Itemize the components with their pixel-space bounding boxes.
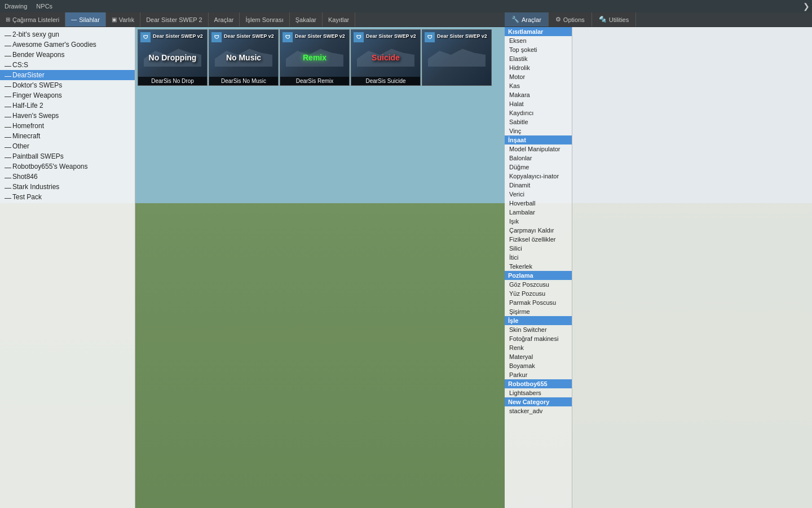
weapon-card-name-3: DearSis Remix xyxy=(280,77,349,85)
tools-item[interactable]: Yüz Pozcusu xyxy=(505,289,572,298)
bullet-icon: — xyxy=(5,72,10,78)
tools-item[interactable]: Silici xyxy=(505,244,572,253)
tools-item[interactable]: Top şoketi xyxy=(505,45,572,54)
topbar-npcs[interactable]: NPCs xyxy=(36,3,52,10)
tools-item[interactable]: Hoverball xyxy=(505,199,572,208)
tools-item[interactable]: Kopyalayıcı-inator xyxy=(505,172,572,181)
sidebar-item-minecraft[interactable]: — Minecraft xyxy=(0,131,135,141)
sidebar-item-other[interactable]: — Other xyxy=(0,141,135,151)
tab-saves-label: Kayıtlar xyxy=(328,16,349,23)
right-tab-options[interactable]: ⚙ Options xyxy=(549,12,592,27)
tab-summon[interactable]: ⊞ Çağırma Listeleri xyxy=(0,12,65,27)
tools-item[interactable]: Lambalar xyxy=(505,208,572,217)
tab-tools[interactable]: Araçlar xyxy=(209,12,240,27)
tools-section-header-kısıtlamalar[interactable]: Kısıtlamalar xyxy=(505,27,572,36)
sidebar-item-awesome[interactable]: — Awesome Gamer's Goodies xyxy=(0,40,135,50)
tools-item[interactable]: Kaydırıcı xyxy=(505,108,572,117)
right-tab-utilities-label: Utilities xyxy=(609,16,629,23)
tools-item[interactable]: Balonlar xyxy=(505,154,572,163)
sidebar-item-bender[interactable]: — Bender Weapons xyxy=(0,50,135,60)
tools-item[interactable]: Skin Switcher xyxy=(505,325,572,334)
sidebar-item-css[interactable]: — CS:S xyxy=(0,60,135,70)
weapon-card-title-2: Dear Sister SWEP v2 xyxy=(224,33,277,39)
weapon-center-text-2: No Music xyxy=(226,53,261,62)
tools-item[interactable]: Hidrolik xyxy=(505,63,572,72)
weapon-badge: 🛡 xyxy=(425,32,435,42)
tools-item[interactable]: Halat xyxy=(505,99,572,108)
sidebar-item-2bit[interactable]: — 2-bit's sexy gun xyxy=(0,29,135,40)
tools-item[interactable]: Eksen xyxy=(505,36,572,45)
sidebar-item-doktor[interactable]: — Doktor's SWEPs xyxy=(0,80,135,90)
tools-item[interactable]: stacker_adv xyxy=(505,406,572,415)
sidebar-item-paintball[interactable]: — Paintball SWEPs xyxy=(0,151,135,161)
tools-item[interactable]: Işık xyxy=(505,217,572,226)
bullet-icon: — xyxy=(5,174,10,179)
tools-item[interactable]: Makara xyxy=(505,90,572,99)
tools-item[interactable]: Göz Poszcusu xyxy=(505,280,572,289)
tools-item[interactable]: Renk xyxy=(505,343,572,352)
weapon-card-title-5: Dear Sister SWEP v2 xyxy=(437,33,490,39)
tab-post-label: İşlem Sonrası xyxy=(245,16,283,23)
tools-section-header-i̇şle[interactable]: İşle xyxy=(505,316,572,325)
bullet-icon: — xyxy=(5,133,10,139)
topbar-drawing[interactable]: Drawing xyxy=(5,3,27,10)
tools-item[interactable]: İtici xyxy=(505,253,572,262)
sidebar-item-robotboy[interactable]: — Robotboy655's Weapons xyxy=(0,161,135,172)
tools-item[interactable]: Fotoğraf makinesi xyxy=(505,334,572,343)
tools-section-header-new-category[interactable]: New Category xyxy=(505,397,572,406)
tools-item[interactable]: Vinç xyxy=(505,126,572,135)
tools-item[interactable]: Lightsabers xyxy=(505,388,572,397)
weapon-card-nodrop[interactable]: 🛡 Dear Sister SWEP v2 No Dropping DearSi… xyxy=(138,29,208,86)
tools-item[interactable]: Materyal xyxy=(505,352,572,361)
bullet-icon: — xyxy=(5,123,10,129)
sidebar-item-shot846[interactable]: — Shot846 xyxy=(0,172,135,182)
topbar-expand-icon[interactable]: ❯ xyxy=(803,2,810,11)
summon-icon: ⊞ xyxy=(6,16,10,23)
sidebar-item-finger[interactable]: — Finger Weapons xyxy=(0,90,135,100)
weapon-card-suicide[interactable]: 🛡 Dear Sister SWEP v2 Suicide DearSis Su… xyxy=(351,29,421,86)
tools-item[interactable]: Kas xyxy=(505,81,572,90)
tools-item[interactable]: Düğme xyxy=(505,163,572,172)
tab-saves[interactable]: Kayıtlar xyxy=(323,12,355,27)
tools-item[interactable]: Şişirme xyxy=(505,307,572,316)
tab-weapons[interactable]: — Silahlar xyxy=(65,12,106,27)
weapon-card-plain[interactable]: 🛡 Dear Sister SWEP v2 xyxy=(422,29,492,86)
sidebar-item-dearsister[interactable]: — DearSister xyxy=(0,70,135,80)
weapon-card-remix[interactable]: 🛡 Dear Sister SWEP v2 Remix DearSis Remi… xyxy=(280,29,350,86)
right-tab-tools[interactable]: 🔧 Araçlar xyxy=(505,12,549,27)
tab-jokes-label: Şakalar xyxy=(295,16,316,23)
tools-item[interactable]: Motor xyxy=(505,72,572,81)
bullet-icon: — xyxy=(5,103,10,108)
tools-item[interactable]: Parkur xyxy=(505,370,572,379)
bullet-icon: — xyxy=(5,32,10,37)
tools-item[interactable]: Tekerlek xyxy=(505,262,572,271)
bullet-icon: — xyxy=(5,93,10,98)
tools-item[interactable]: Boyamak xyxy=(505,361,572,370)
sidebar-item-stark[interactable]: — Stark Industries xyxy=(0,182,135,192)
right-tab-bar: 🔧 Araçlar ⚙ Options 🔩 Utilities xyxy=(505,12,812,27)
tab-weapons-label: Silahlar xyxy=(79,16,100,23)
sidebar-item-testpack[interactable]: — Test Pack xyxy=(0,192,135,202)
tools-item[interactable]: Model Manipulator xyxy=(505,144,572,154)
sidebar-item-havens[interactable]: — Haven's Sweps xyxy=(0,111,135,121)
tab-entities[interactable]: ▣ Varlık xyxy=(106,12,140,27)
tools-section-header-pozlama[interactable]: Pozlama xyxy=(505,271,572,280)
weapon-card-nomusic[interactable]: 🛡 Dear Sister SWEP v2 No Music DearSis N… xyxy=(209,29,279,86)
tab-jokes[interactable]: Şakalar xyxy=(290,12,323,27)
tools-item[interactable]: Verici xyxy=(505,190,572,199)
right-tab-utilities[interactable]: 🔩 Utilities xyxy=(592,12,636,27)
tools-item[interactable]: Sabitle xyxy=(505,117,572,126)
tools-item[interactable]: Çarpmayı Kaldır xyxy=(505,226,572,235)
tools-section-header-i̇nşaat[interactable]: İnşaat xyxy=(505,135,572,144)
tools-item[interactable]: Fiziksel özellikler xyxy=(505,235,572,244)
tools-item[interactable]: Parmak Poscusu xyxy=(505,298,572,307)
tools-item[interactable]: Elastik xyxy=(505,54,572,63)
tools-detail-panel xyxy=(572,27,812,508)
tools-section-header-robotboy655[interactable]: Robotboy655 xyxy=(505,379,572,388)
tools-item[interactable]: Dinamit xyxy=(505,181,572,190)
tab-post[interactable]: İşlem Sonrası xyxy=(240,12,289,27)
sidebar-item-hl2[interactable]: — Half-Life 2 xyxy=(0,100,135,111)
sidebar-item-homefront[interactable]: — Homefront xyxy=(0,121,135,131)
weapon-card-name-4: DearSis Suicide xyxy=(351,77,420,85)
tab-dear[interactable]: Dear Sister SWEP 2 xyxy=(140,12,208,27)
